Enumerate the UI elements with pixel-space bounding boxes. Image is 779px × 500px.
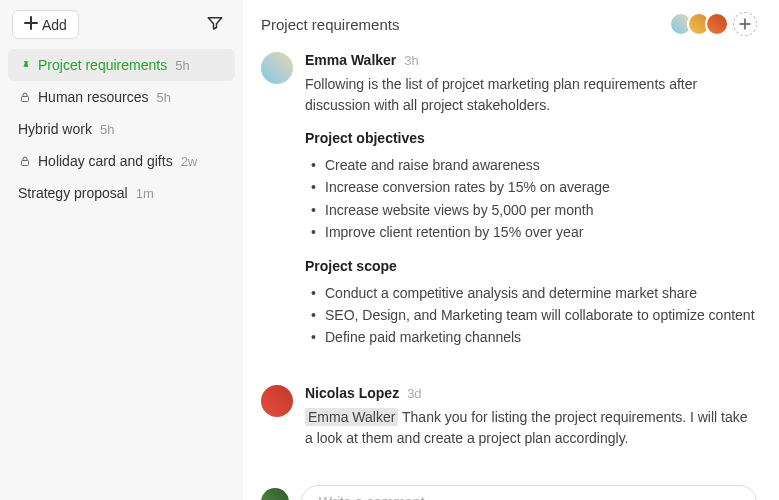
comment-composer bbox=[261, 485, 757, 500]
sidebar-item-1[interactable]: Human resources5h bbox=[8, 81, 235, 113]
main-content: Project requirements Emma Walker3hFollow… bbox=[243, 0, 779, 500]
list-item: SEO, Design, and Marketing team will col… bbox=[311, 304, 757, 326]
page-title: Project requirements bbox=[261, 16, 399, 33]
section-list: Conduct a competitive analysis and deter… bbox=[305, 282, 757, 349]
members-list bbox=[669, 12, 757, 36]
sidebar-item-time: 1m bbox=[136, 186, 154, 201]
post-0: Emma Walker3hFollowing is the list of pr… bbox=[261, 52, 757, 363]
sidebar-item-time: 2w bbox=[181, 154, 198, 169]
post-author: Nicolas Lopez bbox=[305, 385, 399, 401]
sidebar-item-3[interactable]: Holiday card and gifts2w bbox=[8, 145, 235, 177]
sidebar-item-4[interactable]: Strategy proposal1m bbox=[8, 177, 235, 209]
post-text: Emma Walker Thank you for listing the pr… bbox=[305, 407, 757, 449]
post-time: 3h bbox=[404, 53, 418, 68]
mention[interactable]: Emma Walker bbox=[305, 408, 398, 426]
sidebar-item-label: Strategy proposal bbox=[18, 185, 128, 201]
sidebar-item-time: 5h bbox=[100, 122, 114, 137]
sidebar-item-time: 5h bbox=[157, 90, 171, 105]
avatar bbox=[261, 385, 293, 417]
list-item: Improve client retention by 15% over yea… bbox=[311, 221, 757, 243]
svg-rect-0 bbox=[22, 97, 29, 102]
sidebar-toolbar: Add bbox=[8, 10, 235, 49]
sidebar-list: Projcet requirements5hHuman resources5hH… bbox=[8, 49, 235, 209]
list-item: Increase conversion rates by 15% on aver… bbox=[311, 176, 757, 198]
main-header: Project requirements bbox=[261, 12, 757, 36]
plus-icon bbox=[24, 16, 38, 33]
avatar bbox=[261, 52, 293, 84]
comment-input[interactable] bbox=[301, 485, 757, 500]
post-header: Nicolas Lopez3d bbox=[305, 385, 757, 401]
avatar[interactable] bbox=[705, 12, 729, 36]
posts-container: Emma Walker3hFollowing is the list of pr… bbox=[261, 52, 757, 463]
add-button[interactable]: Add bbox=[12, 10, 79, 39]
lock-icon bbox=[18, 154, 32, 168]
sidebar-item-time: 5h bbox=[175, 58, 189, 73]
section-title: Project objectives bbox=[305, 130, 757, 146]
sidebar-item-label: Hybrid work bbox=[18, 121, 92, 137]
sidebar-item-label: Projcet requirements bbox=[38, 57, 167, 73]
list-item: Create and raise brand awareness bbox=[311, 154, 757, 176]
post-author: Emma Walker bbox=[305, 52, 396, 68]
post-1: Nicolas Lopez3dEmma Walker Thank you for… bbox=[261, 385, 757, 463]
plus-icon bbox=[739, 18, 751, 30]
post-text: Following is the list of projcet marketi… bbox=[305, 74, 757, 116]
pin-icon bbox=[18, 58, 32, 72]
add-member-button[interactable] bbox=[733, 12, 757, 36]
filter-icon bbox=[206, 14, 224, 35]
avatar bbox=[261, 488, 289, 500]
lock-icon bbox=[18, 90, 32, 104]
sidebar-item-2[interactable]: Hybrid work5h bbox=[8, 113, 235, 145]
section-title: Project scope bbox=[305, 258, 757, 274]
list-item: Increase website views by 5,000 per mont… bbox=[311, 199, 757, 221]
filter-button[interactable] bbox=[201, 11, 229, 39]
section-list: Create and raise brand awarenessIncrease… bbox=[305, 154, 757, 244]
svg-rect-1 bbox=[22, 161, 29, 166]
sidebar: Add Projcet requirements5hHuman resource… bbox=[0, 0, 243, 500]
sidebar-item-label: Human resources bbox=[38, 89, 149, 105]
post-header: Emma Walker3h bbox=[305, 52, 757, 68]
list-item: Define paid marketing channels bbox=[311, 326, 757, 348]
add-button-label: Add bbox=[42, 17, 67, 33]
sidebar-item-label: Holiday card and gifts bbox=[38, 153, 173, 169]
sidebar-item-0[interactable]: Projcet requirements5h bbox=[8, 49, 235, 81]
post-time: 3d bbox=[407, 386, 421, 401]
list-item: Conduct a competitive analysis and deter… bbox=[311, 282, 757, 304]
